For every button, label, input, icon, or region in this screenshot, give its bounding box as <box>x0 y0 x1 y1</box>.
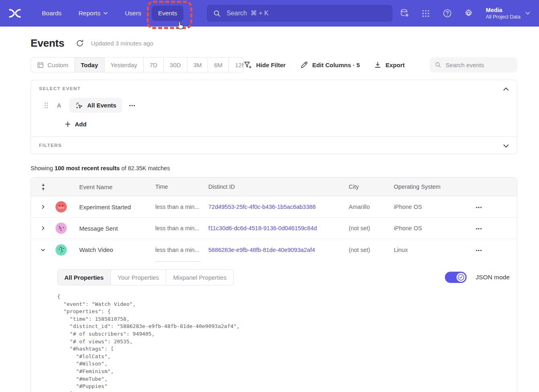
date-range-12m[interactable]: 12M <box>228 58 243 72</box>
event-json-view: { "event": "Watch Video", "properties": … <box>57 293 510 392</box>
sparkle-cursor-icon <box>75 101 83 109</box>
event-more-options-icon[interactable]: ••• <box>129 103 136 108</box>
properties-tabs: All Properties Your Properties Mixpanel … <box>57 269 234 285</box>
nav-item-reports[interactable]: Reports <box>72 6 114 21</box>
expand-row-icon[interactable] <box>35 204 51 210</box>
event-row-letter: A <box>57 102 61 109</box>
table-row[interactable]: Experiment Started less than a min... 72… <box>31 196 517 218</box>
project-name: All Project Data <box>486 14 520 20</box>
hide-filter-button[interactable]: Hide Filter <box>244 61 286 69</box>
last-updated-text: Updated 3 minutes ago <box>91 40 153 47</box>
column-header-event-name: Event Name <box>71 184 151 190</box>
mixpanel-logo-icon[interactable] <box>8 6 22 20</box>
row-more-options-icon[interactable]: ••• <box>476 226 482 231</box>
pencil-icon <box>300 61 308 69</box>
search-icon <box>213 10 221 17</box>
date-range-30d[interactable]: 30D <box>163 58 187 72</box>
navbar-actions: Media All Project Data <box>400 6 530 20</box>
events-page: Events Updated 3 minutes ago Custom Toda… <box>0 37 539 392</box>
query-builder-card: SELECT EVENT A <box>31 80 517 154</box>
results-count: 100 most recent results <box>55 165 120 171</box>
row-more-options-icon[interactable]: ••• <box>476 248 482 253</box>
event-avatar <box>56 223 67 234</box>
distinct-id-link[interactable]: 5886283e-e9fb-48fb-81de-40e9093a2af4 <box>204 247 345 253</box>
project-switcher[interactable]: Media All Project Data <box>486 6 530 20</box>
org-name: Media <box>486 6 520 14</box>
settings-gear-icon[interactable] <box>464 8 473 18</box>
city-cell: (not set) <box>345 247 390 253</box>
json-mode-label: JSON mode <box>476 274 510 281</box>
tab-all-properties[interactable]: All Properties <box>58 270 111 285</box>
distinct-id-link[interactable]: f11c30d6-dc6d-4518-9136-0d046159c84d <box>204 225 345 231</box>
nav-item-users[interactable]: Users <box>118 6 147 21</box>
city-cell: Amarillo <box>345 204 390 210</box>
search-events <box>430 57 517 72</box>
chevron-down-icon <box>525 12 530 15</box>
search-events-input[interactable] <box>445 61 512 69</box>
column-header-os: Operating System <box>390 184 466 190</box>
results-summary: Showing 100 most recent results of 82.35… <box>31 165 517 171</box>
search-icon <box>435 61 441 68</box>
date-range-7d[interactable]: 7D <box>143 58 163 72</box>
global-search <box>207 5 393 22</box>
tab-your-properties[interactable]: Your Properties <box>111 270 166 285</box>
collapse-section-icon[interactable] <box>503 85 510 93</box>
add-event-button[interactable]: Add <box>65 121 86 128</box>
export-button[interactable]: Export <box>374 61 405 68</box>
column-header-city: City <box>345 184 390 190</box>
date-range-3m[interactable]: 3M <box>187 58 208 72</box>
drag-handle-icon[interactable] <box>44 102 48 109</box>
calendar-icon <box>37 62 44 68</box>
plus-icon <box>65 121 71 127</box>
chevron-down-icon <box>103 12 108 15</box>
date-range-6m[interactable]: 6M <box>208 58 228 72</box>
time-cell: less than a min... <box>151 204 204 210</box>
os-cell: iPhone OS <box>390 204 466 210</box>
nav-item-boards[interactable]: Boards <box>35 6 68 21</box>
time-cell: less than a min... <box>151 225 204 231</box>
os-cell: iPhone OS <box>390 225 466 231</box>
toolbar: Custom Today Yesterday 7D 30D 3M 6M 12M … <box>31 57 517 72</box>
expand-filters-icon[interactable] <box>503 142 510 149</box>
event-name-cell: Message Sent <box>71 225 151 232</box>
table-row[interactable]: Message Sent less than a min... f11c30d6… <box>31 218 517 239</box>
collapse-row-icon[interactable] <box>35 247 51 253</box>
event-avatar <box>56 244 67 256</box>
download-icon <box>374 61 381 68</box>
refresh-icon[interactable] <box>76 39 84 48</box>
top-navbar: Boards Reports Users Events <box>0 0 539 27</box>
table-row-expanded[interactable]: Watch Video less than a min... 5886283e-… <box>31 239 517 260</box>
global-search-input[interactable] <box>226 9 386 17</box>
event-selector-all-events[interactable]: All Events <box>69 98 123 113</box>
cursor-pointer-icon <box>176 21 186 31</box>
date-range-yesterday[interactable]: Yesterday <box>104 58 143 72</box>
help-icon[interactable] <box>442 8 452 18</box>
collapse-all-rows-icon[interactable] <box>35 183 51 191</box>
event-avatar <box>56 201 67 213</box>
event-name-cell: Experiment Started <box>71 204 151 210</box>
row-more-options-icon[interactable]: ••• <box>476 205 482 210</box>
column-header-distinct-id: Distinct ID <box>204 184 345 190</box>
filters-section[interactable]: FILTERS <box>31 136 517 154</box>
date-range-today[interactable]: Today <box>74 58 104 72</box>
funnel-plus-icon <box>244 61 252 69</box>
nav-item-events[interactable]: Events <box>152 6 183 21</box>
edit-columns-button[interactable]: Edit Columns · 5 <box>300 61 360 69</box>
os-cell: Linux <box>390 247 466 253</box>
apps-grid-icon[interactable] <box>421 8 431 18</box>
date-range-custom[interactable]: Custom <box>31 58 74 72</box>
distinct-id-link[interactable]: 72d49553-25fc-4f0c-b436-1b5ac6ab3388 <box>204 204 345 210</box>
json-mode-toggle[interactable] <box>445 272 467 283</box>
column-header-time: Time <box>151 184 204 190</box>
events-table: Event Name Time Distinct ID City Operati… <box>31 177 517 392</box>
data-management-icon[interactable] <box>400 8 409 18</box>
city-cell: (not set) <box>345 225 390 231</box>
page-title: Events <box>31 37 64 50</box>
time-cell: less than a min... <box>151 247 204 253</box>
table-header-row: Event Name Time Distinct ID City Operati… <box>31 177 517 196</box>
primary-nav: Boards Reports Users Events <box>35 6 183 21</box>
date-range-segmented-control: Custom Today Yesterday 7D 30D 3M 6M 12M <box>31 57 244 72</box>
expand-row-icon[interactable] <box>35 225 51 231</box>
select-event-section: SELECT EVENT A <box>31 80 517 136</box>
tab-mixpanel-properties[interactable]: Mixpanel Properties <box>166 270 233 285</box>
